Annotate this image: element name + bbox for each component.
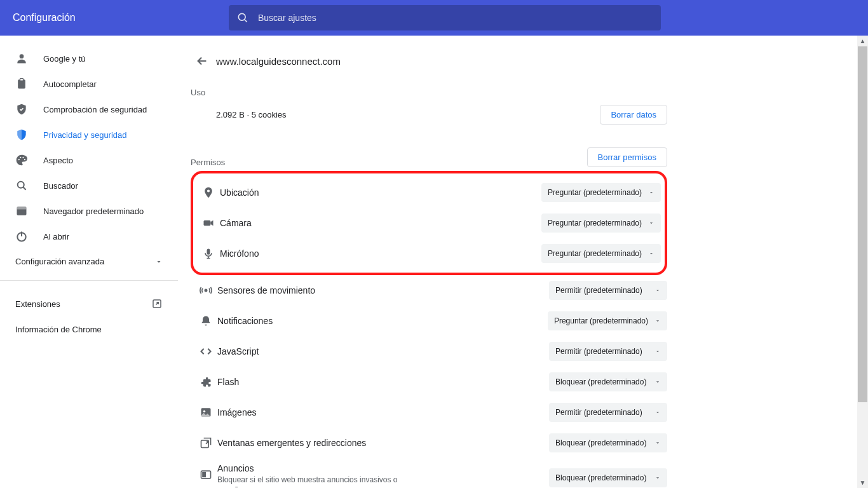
- perm-row-location: Ubicación Preguntar (predeterminado): [197, 177, 661, 208]
- svg-rect-12: [17, 207, 27, 209]
- clear-permissions-button[interactable]: Borrar permisos: [587, 147, 667, 167]
- ads-icon: [194, 463, 217, 481]
- scrollbar-thumb[interactable]: [858, 46, 867, 402]
- puzzle-icon: [194, 376, 217, 388]
- perm-dropdown-flash[interactable]: Bloquear (predeterminado): [549, 372, 667, 391]
- permissions-heading: Permisos: [191, 158, 225, 167]
- bell-icon: [194, 315, 217, 327]
- svg-point-16: [207, 189, 210, 192]
- sidebar-item-autofill[interactable]: Autocompletar: [0, 71, 178, 97]
- dropdown-value: Preguntar (predeterminado): [548, 249, 642, 258]
- sidebar: Google y tú Autocompletar Comprobación d…: [0, 36, 178, 488]
- advanced-label: Configuración avanzada: [15, 257, 104, 266]
- perm-row-javascript: JavaScript Permitir (predeterminado): [191, 336, 667, 367]
- search-icon: [15, 179, 28, 192]
- sidebar-item-label: Buscador: [43, 181, 78, 191]
- location-icon: [197, 186, 220, 199]
- external-link-icon: [151, 298, 163, 309]
- chevron-down-icon: [654, 318, 661, 324]
- perm-row-popups: Ventanas emergentes y redirecciones Bloq…: [191, 428, 667, 458]
- perm-dropdown-notifications[interactable]: Preguntar (predeterminado): [548, 311, 667, 330]
- sidebar-item-privacy[interactable]: Privacidad y seguridad: [0, 122, 178, 147]
- perm-subtitle: Bloquear si el sitio web muestra anuncio…: [217, 475, 421, 488]
- sidebar-item-label: Al abrir: [43, 232, 69, 241]
- perm-dropdown-camera[interactable]: Preguntar (predeterminado): [541, 214, 661, 233]
- mic-icon: [197, 247, 220, 260]
- perm-label: Imágenes: [217, 407, 549, 417]
- perm-label: Ubicación: [220, 187, 541, 198]
- scroll-down-button[interactable]: ▼: [857, 477, 868, 488]
- search-icon: [236, 11, 249, 24]
- person-icon: [15, 52, 28, 65]
- image-icon: [194, 406, 217, 419]
- sidebar-item-onstartup[interactable]: Al abrir: [0, 224, 178, 249]
- sidebar-item-label: Google y tú: [43, 54, 86, 64]
- perm-label: Notificaciones: [217, 316, 548, 326]
- dropdown-value: Preguntar (predeterminado): [554, 316, 648, 325]
- sensors-icon: [194, 284, 217, 297]
- scroll-up-button[interactable]: ▲: [857, 36, 868, 46]
- divider: [0, 280, 178, 281]
- perm-dropdown-mic[interactable]: Preguntar (predeterminado): [541, 244, 661, 263]
- perm-label: Micrófono: [220, 248, 541, 259]
- scrollbar-track[interactable]: ▲ ▼: [857, 36, 868, 488]
- chevron-down-icon: [654, 440, 661, 446]
- power-icon: [15, 230, 28, 243]
- dropdown-value: Bloquear (predeterminado): [555, 473, 646, 482]
- sidebar-item-search[interactable]: Buscador: [0, 173, 178, 198]
- perm-row-notifications: Notificaciones Preguntar (predeterminado…: [191, 306, 667, 336]
- usage-text: 2.092 B · 5 cookies: [216, 110, 287, 119]
- search-input[interactable]: [258, 13, 653, 23]
- sidebar-about[interactable]: Información de Chrome: [0, 316, 178, 342]
- header: Configuración: [0, 0, 868, 36]
- perm-dropdown-javascript[interactable]: Permitir (predeterminado): [549, 342, 667, 361]
- dropdown-value: Permitir (predeterminado): [555, 286, 642, 295]
- clear-data-button[interactable]: Borrar datos: [600, 105, 667, 125]
- chevron-down-icon: [654, 475, 661, 481]
- perm-label: Flash: [217, 377, 549, 387]
- dropdown-value: Preguntar (predeterminado): [548, 188, 642, 197]
- perm-dropdown-sensors[interactable]: Permitir (predeterminado): [549, 281, 667, 300]
- perm-row-mic: Micrófono Preguntar (predeterminado): [197, 238, 661, 269]
- svg-point-8: [24, 159, 25, 160]
- shield-half-icon: [15, 128, 28, 141]
- sidebar-item-label: Privacidad y seguridad: [43, 130, 127, 140]
- dropdown-value: Permitir (predeterminado): [555, 347, 642, 356]
- perm-row-camera: Cámara Preguntar (predeterminado): [197, 208, 661, 238]
- sidebar-item-label: Comprobación de seguridad: [43, 105, 147, 114]
- popup-icon: [194, 437, 217, 449]
- perm-dropdown-location[interactable]: Preguntar (predeterminado): [541, 183, 661, 202]
- sidebar-item-default-browser[interactable]: Navegador predeterminado: [0, 198, 178, 224]
- svg-point-0: [238, 13, 245, 20]
- dropdown-value: Permitir (predeterminado): [555, 408, 642, 417]
- svg-rect-4: [20, 79, 24, 81]
- perm-row-images: Imágenes Permitir (predeterminado): [191, 397, 667, 428]
- sidebar-extensions[interactable]: Extensiones: [0, 291, 178, 316]
- perm-row-flash: Flash Bloquear (predeterminado): [191, 367, 667, 397]
- svg-rect-17: [204, 220, 211, 226]
- sidebar-item-appearance[interactable]: Aspecto: [0, 147, 178, 173]
- perm-dropdown-ads[interactable]: Bloquear (predeterminado): [549, 468, 667, 487]
- dropdown-value: Preguntar (predeterminado): [548, 219, 642, 227]
- perm-row-ads: Anuncios Bloquear si el sitio web muestr…: [191, 458, 667, 488]
- search-bar[interactable]: [229, 5, 661, 30]
- highlight-box: Ubicación Preguntar (predeterminado) Cám…: [191, 171, 667, 275]
- perm-label: Anuncios: [217, 463, 549, 473]
- back-button[interactable]: [191, 50, 214, 72]
- svg-point-21: [203, 410, 205, 412]
- perm-dropdown-images[interactable]: Permitir (predeterminado): [549, 403, 667, 422]
- sidebar-item-google[interactable]: Google y tú: [0, 46, 178, 71]
- chevron-down-icon: [648, 220, 654, 226]
- perm-label: Cámara: [220, 218, 541, 228]
- sidebar-item-label: Autocompletar: [43, 79, 97, 89]
- palette-icon: [15, 154, 28, 166]
- sidebar-item-safety[interactable]: Comprobación de seguridad: [0, 97, 178, 122]
- chevron-down-icon: [654, 348, 661, 355]
- dropdown-value: Bloquear (predeterminado): [555, 438, 646, 447]
- code-icon: [194, 345, 217, 358]
- perm-dropdown-popups[interactable]: Bloquear (predeterminado): [549, 433, 667, 452]
- chevron-down-icon: [648, 189, 654, 196]
- sidebar-advanced[interactable]: Configuración avanzada: [0, 249, 178, 278]
- svg-rect-18: [207, 249, 210, 255]
- perm-label: Sensores de movimiento: [217, 285, 549, 295]
